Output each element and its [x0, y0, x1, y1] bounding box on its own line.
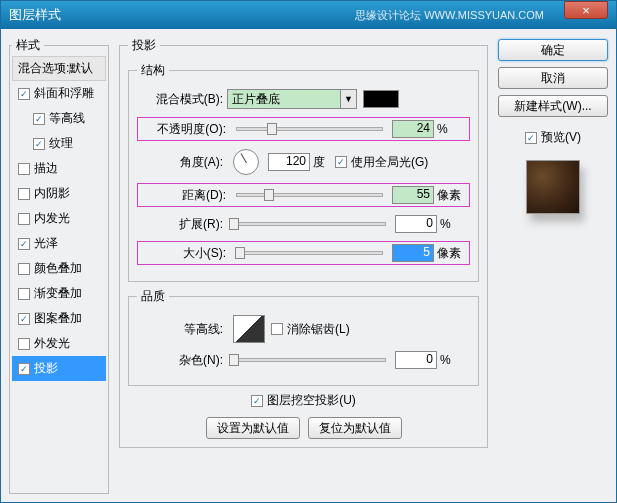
- window-title: 图层样式: [9, 6, 61, 24]
- reset-default-button[interactable]: 复位为默认值: [308, 417, 402, 439]
- distance-label: 距离(D):: [140, 187, 230, 204]
- style-checkbox[interactable]: [33, 113, 45, 125]
- style-checkbox[interactable]: [18, 363, 30, 375]
- angle-dial[interactable]: [233, 149, 259, 175]
- style-item[interactable]: 外发光: [12, 331, 106, 356]
- antialias-label: 消除锯齿(L): [287, 321, 350, 338]
- style-label: 纹理: [49, 135, 73, 152]
- distance-slider[interactable]: [236, 193, 383, 197]
- styles-legend: 样式: [12, 37, 44, 54]
- style-checkbox[interactable]: [18, 163, 30, 175]
- ok-button[interactable]: 确定: [498, 39, 608, 61]
- style-label: 等高线: [49, 110, 85, 127]
- preview-label: 预览(V): [541, 129, 581, 146]
- noise-slider[interactable]: [233, 358, 386, 362]
- angle-label: 角度(A):: [137, 154, 227, 171]
- style-label: 图案叠加: [34, 310, 82, 327]
- style-label: 斜面和浮雕: [34, 85, 94, 102]
- style-label: 外发光: [34, 335, 70, 352]
- size-label: 大小(S):: [140, 245, 230, 262]
- angle-input[interactable]: 120: [268, 153, 310, 171]
- style-label: 描边: [34, 160, 58, 177]
- knockout-checkbox[interactable]: [251, 395, 263, 407]
- style-item[interactable]: 图案叠加: [12, 306, 106, 331]
- style-checkbox[interactable]: [18, 213, 30, 225]
- noise-label: 杂色(N):: [137, 352, 227, 369]
- style-checkbox[interactable]: [18, 263, 30, 275]
- style-checkbox[interactable]: [18, 88, 30, 100]
- distance-input[interactable]: 55: [392, 186, 434, 204]
- style-checkbox[interactable]: [18, 288, 30, 300]
- opacity-input[interactable]: 24: [392, 120, 434, 138]
- color-swatch[interactable]: [363, 90, 399, 108]
- style-item[interactable]: 内阴影: [12, 181, 106, 206]
- style-checkbox[interactable]: [33, 138, 45, 150]
- style-checkbox[interactable]: [18, 338, 30, 350]
- spread-input[interactable]: 0: [395, 215, 437, 233]
- watermark: 思缘设计论坛 WWW.MISSYUAN.COM: [355, 8, 544, 23]
- opacity-label: 不透明度(O):: [140, 121, 230, 138]
- quality-group: 品质 等高线: 消除锯齿(L) 杂色(N): 0 %: [128, 288, 479, 386]
- style-label: 光泽: [34, 235, 58, 252]
- structure-legend: 结构: [137, 62, 169, 79]
- blend-mode-select[interactable]: 正片叠底 ▼: [227, 89, 357, 109]
- structure-group: 结构 混合模式(B): 正片叠底 ▼ 不透明度(O): 24: [128, 62, 479, 282]
- style-checkbox[interactable]: [18, 313, 30, 325]
- chevron-down-icon: ▼: [340, 90, 356, 108]
- global-light-checkbox[interactable]: [335, 156, 347, 168]
- contour-label: 等高线:: [137, 321, 227, 338]
- new-style-button[interactable]: 新建样式(W)...: [498, 95, 608, 117]
- spread-label: 扩展(R):: [137, 216, 227, 233]
- knockout-label: 图层挖空投影(U): [267, 392, 356, 409]
- style-label: 内发光: [34, 210, 70, 227]
- style-item[interactable]: 内发光: [12, 206, 106, 231]
- titlebar: 图层样式 思缘设计论坛 WWW.MISSYUAN.COM ×: [1, 1, 616, 29]
- size-slider[interactable]: [236, 251, 383, 255]
- styles-list: 样式 混合选项:默认斜面和浮雕等高线纹理描边内阴影内发光光泽颜色叠加渐变叠加图案…: [9, 37, 109, 494]
- style-label: 渐变叠加: [34, 285, 82, 302]
- drop-shadow-panel: 投影 结构 混合模式(B): 正片叠底 ▼ 不透明度(O):: [119, 37, 488, 448]
- close-button[interactable]: ×: [564, 1, 608, 19]
- style-label: 投影: [34, 360, 58, 377]
- antialias-checkbox[interactable]: [271, 323, 283, 335]
- style-item[interactable]: 斜面和浮雕: [12, 81, 106, 106]
- global-light-label: 使用全局光(G): [351, 154, 428, 171]
- style-label: 内阴影: [34, 185, 70, 202]
- style-item[interactable]: 渐变叠加: [12, 281, 106, 306]
- size-input[interactable]: 5: [392, 244, 434, 262]
- blend-mode-label: 混合模式(B):: [137, 91, 227, 108]
- cancel-button[interactable]: 取消: [498, 67, 608, 89]
- style-item[interactable]: 纹理: [12, 131, 106, 156]
- preview-thumbnail: [526, 160, 580, 214]
- spread-slider[interactable]: [233, 222, 386, 226]
- style-item[interactable]: 光泽: [12, 231, 106, 256]
- style-label: 颜色叠加: [34, 260, 82, 277]
- style-item[interactable]: 描边: [12, 156, 106, 181]
- preview-checkbox[interactable]: [525, 132, 537, 144]
- style-item[interactable]: 颜色叠加: [12, 256, 106, 281]
- quality-legend: 品质: [137, 288, 169, 305]
- style-checkbox[interactable]: [18, 238, 30, 250]
- style-item[interactable]: 混合选项:默认: [12, 56, 106, 81]
- set-default-button[interactable]: 设置为默认值: [206, 417, 300, 439]
- opacity-slider[interactable]: [236, 127, 383, 131]
- style-checkbox[interactable]: [18, 188, 30, 200]
- style-label: 混合选项:默认: [18, 60, 93, 77]
- noise-input[interactable]: 0: [395, 351, 437, 369]
- style-item[interactable]: 投影: [12, 356, 106, 381]
- style-item[interactable]: 等高线: [12, 106, 106, 131]
- contour-picker[interactable]: [233, 315, 265, 343]
- drop-shadow-legend: 投影: [128, 37, 160, 54]
